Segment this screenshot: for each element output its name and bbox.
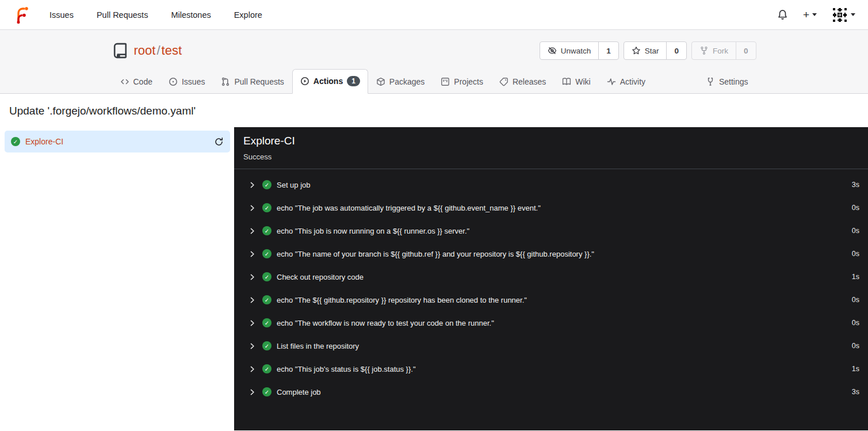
tab-activity[interactable]: Activity bbox=[599, 70, 653, 94]
job-name: Explore-CI bbox=[25, 137, 63, 146]
plus-icon: + bbox=[803, 9, 809, 20]
repo-owner-link[interactable]: root bbox=[134, 43, 156, 58]
chevron-right-icon[interactable] bbox=[248, 250, 256, 258]
chevron-right-icon[interactable] bbox=[248, 204, 256, 212]
chevron-right-icon[interactable] bbox=[248, 296, 256, 304]
tab-actions[interactable]: Actions 1 bbox=[292, 69, 368, 94]
step-duration: 0s bbox=[852, 296, 859, 304]
step-row[interactable]: ✓echo "This job's status is ${{ job.stat… bbox=[234, 357, 868, 380]
step-row[interactable]: ✓Complete job3s bbox=[234, 380, 868, 403]
star-button[interactable]: Star 0 bbox=[624, 41, 687, 60]
step-success-icon: ✓ bbox=[262, 318, 272, 327]
forgejo-logo[interactable] bbox=[13, 6, 30, 24]
step-success-icon: ✓ bbox=[262, 364, 272, 373]
tab-code[interactable]: Code bbox=[112, 70, 160, 94]
step-name: Check out repository code bbox=[277, 273, 364, 281]
step-row[interactable]: ✓List files in the repository0s bbox=[234, 334, 868, 357]
job-list-item[interactable]: ✓ Explore-CI bbox=[5, 131, 230, 152]
unwatch-label: Unwatch bbox=[561, 47, 591, 55]
star-label: Star bbox=[645, 47, 659, 55]
step-name: echo "This job's status is ${{ job.statu… bbox=[277, 365, 416, 373]
play-circle-icon bbox=[300, 77, 309, 86]
chevron-down-icon bbox=[812, 13, 817, 16]
notifications-bell-icon[interactable] bbox=[777, 9, 788, 20]
tab-label: Wiki bbox=[575, 77, 590, 86]
step-success-icon: ✓ bbox=[262, 341, 272, 350]
book-icon bbox=[562, 77, 571, 86]
chevron-right-icon[interactable] bbox=[248, 181, 256, 189]
repo-name-link[interactable]: test bbox=[162, 43, 182, 58]
tab-issues[interactable]: Issues bbox=[160, 70, 213, 94]
chevron-right-icon[interactable] bbox=[248, 365, 256, 373]
fork-button: Fork 0 bbox=[691, 41, 756, 60]
step-name: echo "This job is now running on a ${{ r… bbox=[277, 227, 469, 235]
tab-label: Code bbox=[133, 77, 152, 86]
step-name: Set up job bbox=[277, 181, 311, 189]
tab-label: Projects bbox=[454, 77, 483, 86]
nav-milestones[interactable]: Milestones bbox=[171, 10, 211, 20]
step-row[interactable]: ✓Check out repository code1s bbox=[234, 265, 868, 288]
step-row[interactable]: ✓echo "This job is now running on a ${{ … bbox=[234, 219, 868, 242]
tab-pull-requests[interactable]: Pull Requests bbox=[213, 70, 292, 94]
job-success-icon: ✓ bbox=[11, 137, 20, 146]
chevron-right-icon[interactable] bbox=[248, 319, 256, 327]
navbar-right: + bbox=[777, 7, 855, 23]
nav-issues[interactable]: Issues bbox=[49, 10, 74, 20]
code-icon bbox=[120, 77, 129, 86]
refresh-icon[interactable] bbox=[214, 137, 224, 147]
pulse-icon bbox=[607, 77, 616, 86]
navbar-links: Issues Pull Requests Milestones Explore bbox=[49, 10, 285, 20]
chevron-down-icon bbox=[851, 13, 855, 16]
tab-settings[interactable]: Settings bbox=[698, 70, 756, 94]
repo-separator: / bbox=[156, 43, 160, 58]
step-name: echo "The ${{ github.repository }} repos… bbox=[277, 296, 527, 304]
project-icon bbox=[441, 77, 450, 86]
step-row[interactable]: ✓echo "The workflow is now ready to test… bbox=[234, 311, 868, 334]
chevron-right-icon[interactable] bbox=[248, 273, 256, 281]
steps-list: ✓Set up job3s✓echo "The job was automati… bbox=[234, 169, 868, 403]
step-name: Complete job bbox=[277, 388, 321, 396]
step-success-icon: ✓ bbox=[262, 203, 272, 212]
tab-packages[interactable]: Packages bbox=[368, 70, 433, 94]
tab-label: Actions bbox=[313, 77, 343, 86]
step-duration: 0s bbox=[852, 204, 859, 212]
step-success-icon: ✓ bbox=[262, 272, 272, 281]
nav-explore[interactable]: Explore bbox=[234, 10, 262, 20]
job-status-text: Success bbox=[243, 152, 859, 161]
job-panel-title: Explore-CI bbox=[243, 135, 859, 147]
tab-label: Issues bbox=[182, 77, 205, 86]
step-success-icon: ✓ bbox=[262, 387, 272, 396]
eye-slash-icon bbox=[548, 46, 557, 55]
step-duration: 0s bbox=[852, 227, 859, 235]
nav-pull-requests[interactable]: Pull Requests bbox=[97, 10, 148, 20]
chevron-right-icon[interactable] bbox=[248, 227, 256, 235]
issue-icon bbox=[169, 77, 178, 86]
chevron-right-icon[interactable] bbox=[248, 388, 256, 396]
run-title: Update '.forgejo/workflows/demo.yaml' bbox=[9, 105, 859, 117]
step-row[interactable]: ✓echo "The ${{ github.repository }} repo… bbox=[234, 288, 868, 311]
tools-icon bbox=[706, 77, 715, 86]
fork-icon bbox=[699, 46, 709, 55]
tab-projects[interactable]: Projects bbox=[433, 70, 491, 94]
step-row[interactable]: ✓Set up job3s bbox=[234, 173, 868, 196]
step-row[interactable]: ✓echo "The job was automatically trigger… bbox=[234, 196, 868, 219]
actions-count-badge: 1 bbox=[347, 76, 360, 86]
user-menu[interactable] bbox=[832, 7, 855, 23]
chevron-right-icon[interactable] bbox=[248, 342, 256, 350]
tab-releases[interactable]: Releases bbox=[491, 70, 554, 94]
watchers-count[interactable]: 1 bbox=[598, 42, 618, 59]
step-name: echo "The job was automatically triggere… bbox=[277, 204, 541, 212]
create-new-button[interactable]: + bbox=[803, 9, 817, 20]
step-duration: 3s bbox=[852, 388, 859, 396]
step-row[interactable]: ✓echo "The name of your branch is ${{ gi… bbox=[234, 242, 868, 265]
tab-label: Pull Requests bbox=[234, 77, 284, 86]
stars-count[interactable]: 0 bbox=[666, 42, 686, 59]
step-duration: 1s bbox=[852, 273, 859, 281]
unwatch-button[interactable]: Unwatch 1 bbox=[540, 41, 619, 60]
step-name: echo "The name of your branch is ${{ git… bbox=[277, 250, 594, 258]
tab-wiki[interactable]: Wiki bbox=[554, 70, 598, 94]
fork-label: Fork bbox=[713, 47, 728, 55]
top-navbar: Issues Pull Requests Milestones Explore … bbox=[0, 0, 868, 30]
star-icon bbox=[632, 46, 641, 55]
repo-header: root/test Unwatch bbox=[0, 30, 868, 94]
